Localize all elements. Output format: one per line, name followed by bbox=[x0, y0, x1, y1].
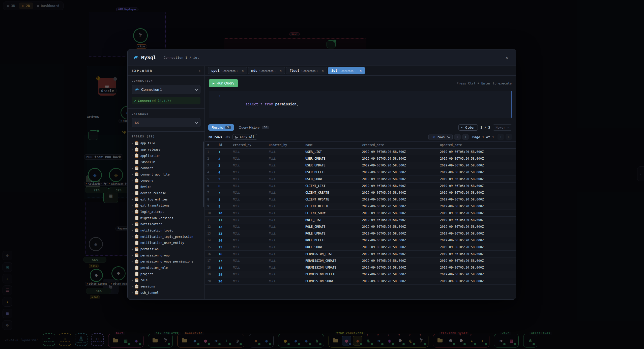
strip-button[interactable]: ★ bbox=[3, 297, 12, 307]
last-page-button[interactable]: » bbox=[506, 134, 512, 140]
taskbar-tile-folder-icon[interactable] bbox=[151, 336, 160, 345]
caret-right-icon[interactable]: ▸ bbox=[132, 236, 133, 238]
results-tab[interactable]: Results 3 bbox=[208, 124, 234, 131]
caret-right-icon[interactable]: ▸ bbox=[132, 205, 133, 207]
table-list-item[interactable]: ▸ app_file bbox=[128, 140, 204, 147]
view-2d-button[interactable]: ⊞ 2D bbox=[19, 3, 33, 9]
caret-right-icon[interactable]: ▸ bbox=[132, 149, 133, 151]
close-tab-icon[interactable]: × bbox=[360, 69, 362, 73]
new-entity-button[interactable]: ♕ NEW BOSS bbox=[59, 333, 71, 346]
taskbar-tile-butterfly-icon[interactable]: ◆ bbox=[190, 336, 199, 345]
taskbar-tile-grass-icon[interactable]: ♣ bbox=[526, 336, 535, 345]
strip-button[interactable]: ⊙ bbox=[3, 251, 12, 260]
taskbar-tile-wind-icon[interactable]: ≈ bbox=[496, 336, 506, 345]
table-list-item[interactable]: ▸ device_release bbox=[128, 190, 204, 196]
strip-button[interactable]: ▦ bbox=[3, 309, 12, 318]
caret-right-icon[interactable]: ▸ bbox=[132, 229, 133, 231]
caret-right-icon[interactable]: ▸ bbox=[132, 260, 133, 263]
taskbar-tile-folder-icon[interactable] bbox=[331, 336, 340, 345]
strip-button[interactable]: ☰ bbox=[3, 285, 12, 295]
taskbar-tile-gem-icon[interactable]: ◆ bbox=[132, 336, 141, 345]
taskbar-tile-folder-icon[interactable] bbox=[111, 336, 120, 345]
taskbar-tile-module-icon[interactable]: ▦ bbox=[121, 336, 130, 345]
table-list-item[interactable]: ▸ device bbox=[128, 184, 204, 190]
caret-right-icon[interactable]: ▸ bbox=[132, 167, 133, 169]
caret-right-icon[interactable]: ▸ bbox=[132, 279, 133, 281]
table-list-item[interactable]: ▸ app_release bbox=[128, 147, 204, 153]
table-list-item[interactable]: ▸ notification_topic bbox=[128, 227, 204, 234]
taskbar-tile-panda-icon[interactable]: ☻ bbox=[446, 336, 455, 345]
taskbar-tile-wave-icon[interactable]: ≈ bbox=[212, 336, 221, 345]
table-list-item[interactable]: ▸ notification bbox=[128, 221, 204, 227]
taskbar-tile-star-icon[interactable]: ★◔ bbox=[467, 336, 476, 345]
table-list-item[interactable]: ▸ permission_group bbox=[128, 252, 204, 258]
table-list-item[interactable]: ▸ cassette bbox=[128, 159, 204, 165]
taskbar-tile-triangle-icon[interactable]: ◆ bbox=[251, 336, 260, 345]
taskbar-tile-dragon-icon[interactable]: ♞◔ bbox=[364, 336, 373, 345]
table-list-item[interactable]: ▸ permission bbox=[128, 246, 204, 252]
copy-all-button[interactable]: Copy All bbox=[232, 134, 257, 140]
new-entity-button[interactable]: + NEW AGENT bbox=[43, 333, 55, 346]
panel-collapse-handle[interactable]: ‹ bbox=[637, 166, 644, 181]
taskbar-tile-crab-icon[interactable]: ◆ bbox=[353, 336, 362, 345]
table-list-item[interactable]: ▸ company bbox=[128, 178, 204, 184]
table-list-item[interactable]: ▸ ext_log_entries bbox=[128, 196, 204, 202]
table-list-item[interactable]: ▸ notification_topic_permission bbox=[128, 234, 204, 240]
first-page-button[interactable]: « bbox=[454, 134, 461, 140]
caret-right-icon[interactable]: ▸ bbox=[132, 186, 133, 188]
taskbar-tile-candy-icon[interactable]: ● bbox=[342, 336, 351, 345]
caret-right-icon[interactable]: ▸ bbox=[132, 273, 133, 275]
taskbar-tile-hammer-icon[interactable]: ◔ bbox=[417, 336, 426, 345]
table-list-item[interactable]: ▸ notification_user_entity bbox=[128, 240, 204, 246]
caret-right-icon[interactable]: ▸ bbox=[132, 254, 133, 256]
query-tab[interactable]: fleet Connection 1 × bbox=[286, 67, 327, 74]
next-page-button[interactable]: › bbox=[497, 134, 504, 140]
strip-button[interactable]: ▣ bbox=[3, 262, 12, 272]
sql-editor[interactable]: 1 select * from permission; bbox=[209, 91, 512, 118]
caret-right-icon[interactable]: ▸ bbox=[132, 285, 133, 288]
taskbar-tile-flower-icon[interactable]: ● bbox=[201, 336, 210, 345]
caret-right-icon[interactable]: ▸ bbox=[132, 161, 133, 163]
table-list-item[interactable]: ▸ role bbox=[128, 277, 204, 283]
sidebar-scrollbar[interactable] bbox=[203, 141, 204, 207]
prev-page-button[interactable]: ‹ bbox=[462, 134, 469, 140]
caret-right-icon[interactable]: ▸ bbox=[132, 192, 133, 194]
taskbar-tile-diamond-icon[interactable]: ◆ bbox=[302, 336, 311, 345]
connection-select[interactable]: Connection 1 bbox=[132, 85, 200, 94]
database-select[interactable]: iot bbox=[132, 118, 200, 127]
taskbar-tile-ghost-icon[interactable]: ☻◔ bbox=[396, 336, 405, 345]
table-list-item[interactable]: ▸ sessions bbox=[128, 283, 204, 290]
taskbar-tile-diamond-icon[interactable]: ◆ bbox=[262, 336, 271, 345]
new-entity-button[interactable]: ▦ NEW BUILDING bbox=[75, 333, 87, 346]
run-query-button[interactable]: ▶ Run Query bbox=[209, 79, 238, 87]
caret-right-icon[interactable]: ▸ bbox=[132, 217, 133, 219]
table-list-item[interactable]: ▸ permission_role bbox=[128, 265, 204, 271]
close-tab-icon[interactable]: × bbox=[322, 69, 324, 73]
dashboard-button[interactable]: ▦ Dashboard bbox=[34, 3, 63, 9]
caret-right-icon[interactable]: ▸ bbox=[132, 173, 133, 176]
query-tab[interactable]: mds Connection 1 × bbox=[248, 67, 285, 74]
table-list-item[interactable]: ▸ comment_app_file bbox=[128, 171, 204, 178]
table-list-item[interactable]: ▸ permission_groups_permissions bbox=[128, 258, 204, 265]
caret-right-icon[interactable]: ▸ bbox=[132, 142, 133, 144]
table-list-item[interactable]: ▸ ext_translations bbox=[128, 202, 204, 209]
taskbar-tile-devil-icon[interactable]: ◉◔ bbox=[385, 336, 394, 345]
taskbar-tile-star-icon[interactable]: ★ bbox=[478, 336, 487, 345]
taskbar-tile-hammer-icon[interactable] bbox=[161, 336, 170, 345]
caret-right-icon[interactable]: ▸ bbox=[132, 223, 133, 225]
taskbar-tile-coin-icon[interactable]: ● bbox=[281, 336, 290, 345]
taskbar-tile-diamond-icon[interactable]: ◆ bbox=[291, 336, 300, 345]
taskbar-tile-plus-icon[interactable]: + bbox=[222, 336, 231, 345]
caret-right-icon[interactable]: ▸ bbox=[132, 198, 133, 200]
taskbar-tile-pink-module-icon[interactable]: ▦ bbox=[507, 336, 516, 345]
strip-button[interactable]: ⚙ bbox=[3, 320, 12, 330]
older-button[interactable]: ← Older bbox=[458, 124, 478, 131]
caret-right-icon[interactable]: ▸ bbox=[132, 267, 133, 269]
close-icon[interactable]: × bbox=[504, 54, 510, 61]
strip-button[interactable]: ☆ bbox=[3, 274, 12, 283]
close-tab-icon[interactable]: × bbox=[280, 69, 282, 73]
table-list-item[interactable]: ▸ application bbox=[128, 153, 204, 159]
taskbar-tile-folder-icon[interactable] bbox=[435, 336, 445, 345]
taskbar-tile-wave-icon[interactable]: ≈◔ bbox=[374, 336, 384, 345]
query-tab[interactable]: spei Connection 1 × bbox=[208, 67, 247, 74]
